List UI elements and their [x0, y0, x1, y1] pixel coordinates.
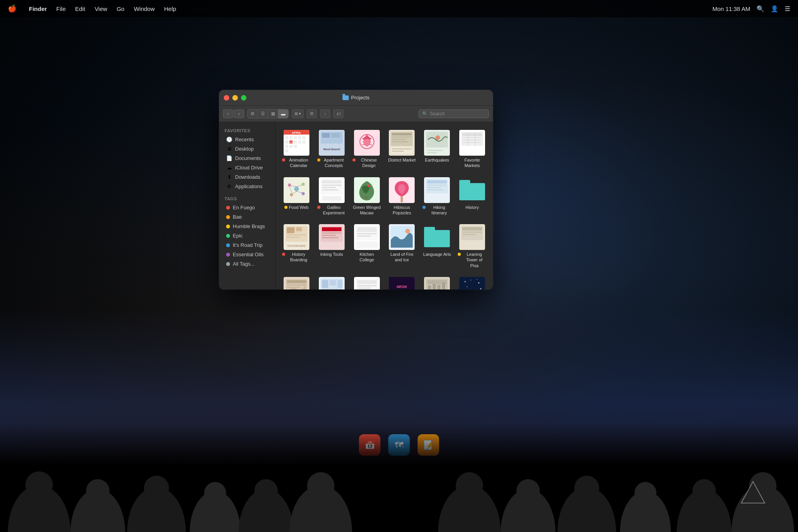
file-menu[interactable]: File [56, 5, 66, 12]
svg-rect-8 [302, 136, 306, 139]
sidebar-item-applications[interactable]: ⚙ Applications [221, 182, 274, 191]
file-thumb [389, 130, 415, 156]
file-item-favorite-markets[interactable]: Favorite Markets [456, 127, 488, 171]
control-center-icon[interactable]: ☰ [785, 5, 790, 13]
search-icon[interactable]: 🔍 [757, 5, 764, 13]
file-item-food-web[interactable]: Food Web [280, 174, 313, 218]
column-view-button[interactable]: ▦ [268, 110, 278, 118]
sidebar-item-icloud[interactable]: ☁ iCloud Drive [221, 163, 274, 172]
sidebar-item-downloads[interactable]: ⬇ Downloads [221, 173, 274, 182]
tag-dot [284, 206, 288, 209]
file-item-neon-skies[interactable]: NEON SKIES Neon Skies [386, 274, 418, 289]
close-button[interactable] [224, 95, 229, 101]
search-box[interactable]: 🔍 Search [419, 110, 489, 118]
file-name: Earthquakes [425, 157, 449, 163]
icon-view-button[interactable]: ⊞ [248, 110, 258, 118]
file-item-new-york[interactable]: New York [421, 274, 453, 289]
svg-point-168 [25, 471, 53, 499]
file-item-history[interactable]: History [456, 174, 488, 218]
file-name: History Boarding [286, 252, 311, 263]
list-view-button[interactable]: ☰ [258, 110, 268, 118]
file-item-language-arts[interactable]: Language Arts [421, 221, 453, 271]
svg-rect-89 [322, 232, 341, 234]
sidebar-tag-bae[interactable]: Bae [221, 212, 274, 221]
file-thumb [319, 277, 345, 289]
file-item-hiking-itinerary[interactable]: Hiking Itinerary [421, 174, 453, 218]
file-thumb [459, 224, 485, 250]
file-item-land-of-fire-and-ice[interactable]: Land of Fire and Ice [386, 221, 418, 271]
user-icon[interactable]: 👤 [771, 5, 778, 13]
forward-button[interactable]: › [234, 110, 244, 118]
sidebar-tag-road-trip[interactable]: It's Road Trip [221, 241, 274, 250]
svg-rect-102 [462, 227, 482, 230]
file-thumb [424, 177, 450, 203]
file-name: Kitchen College [353, 252, 381, 263]
action-button[interactable]: ⚙ [307, 110, 317, 118]
gallery-view-button[interactable]: ▬ [278, 110, 288, 118]
edit-menu[interactable]: Edit [75, 5, 85, 12]
file-item-chinese-design[interactable]: Chinese Design [351, 127, 383, 171]
sidebar-item-documents[interactable]: 📄 Documents [221, 154, 274, 163]
folder-icon [343, 95, 349, 100]
sidebar-tag-all-tags[interactable]: All Tags... [221, 259, 274, 268]
file-item-apartment-concepts[interactable]: Mood Board! Apartment Concepts [316, 127, 348, 171]
svg-rect-16 [289, 145, 293, 148]
file-thumb [389, 224, 415, 250]
tags-header: Tags [219, 195, 275, 203]
file-thumb [424, 277, 450, 289]
tag-dot-red [226, 206, 230, 210]
share-button[interactable]: ↑ [320, 110, 330, 118]
file-item-kitchen-college[interactable]: Kitchen College [351, 221, 383, 271]
sidebar-item-desktop[interactable]: 🖥 Desktop [221, 144, 274, 153]
sidebar-tag-essential-oils[interactable]: Essential Oils [221, 250, 274, 259]
svg-rect-30 [392, 137, 412, 138]
titlebar: Projects [219, 90, 493, 106]
tag-dot-gray [226, 262, 230, 266]
maximize-button[interactable] [241, 95, 246, 101]
svg-rect-42 [427, 152, 437, 153]
svg-point-186 [634, 482, 656, 504]
svg-rect-9 [285, 140, 288, 144]
file-item-hibiscus-popsicles[interactable]: Hibiscus Popsicles [386, 174, 418, 218]
file-item-district-market[interactable]: District Market [386, 127, 418, 171]
help-menu[interactable]: Help [164, 5, 176, 12]
file-item-mammals-africa[interactable]: Mammals in Africa [280, 274, 313, 289]
svg-rect-17 [294, 145, 297, 148]
go-menu[interactable]: Go [117, 5, 124, 12]
file-item-leaning-tower[interactable]: Leaning Tower of Pisa [456, 221, 488, 271]
file-item-skate-parks[interactable]: Most popular Skate Parks [316, 274, 348, 289]
svg-point-55 [290, 193, 293, 196]
svg-point-138 [476, 279, 477, 280]
apple-menu[interactable]: 🍎 [8, 4, 16, 13]
view-options-dropdown[interactable]: ⊞▾ [292, 110, 304, 118]
menubar: 🍎 Finder File Edit View Go Window Help M… [0, 0, 798, 17]
sidebar-item-label: Downloads [235, 174, 260, 180]
sidebar-tag-humble-brags[interactable]: Humble Brags [221, 222, 274, 231]
minimize-button[interactable] [232, 95, 238, 101]
file-item-green-winged-macaw[interactable]: Green Winged Macaw [351, 174, 383, 218]
sidebar-tag-en-fuego[interactable]: En Fuego [221, 203, 274, 212]
file-item-animation-calendar[interactable]: APRIL 15 [280, 127, 313, 171]
tags-button[interactable]: 🏷 [333, 110, 343, 118]
svg-rect-29 [392, 133, 412, 135]
sidebar-item-recents[interactable]: 🕐 Recents [221, 135, 274, 144]
desktop-icon: 🖥 [226, 146, 232, 152]
file-item-inking-tools[interactable]: Inking Tools [316, 221, 348, 271]
file-thumb [424, 224, 450, 250]
file-item-history-boarding[interactable]: SKATEBOARD History Boarding [280, 221, 313, 271]
svg-point-135 [465, 281, 466, 282]
window-menu[interactable]: Window [134, 5, 155, 12]
finder-menu[interactable]: Finder [29, 5, 47, 12]
svg-rect-97 [356, 241, 378, 248]
view-menu[interactable]: View [95, 5, 107, 12]
file-thumb [319, 177, 345, 203]
svg-rect-35 [392, 151, 404, 152]
applications-icon: ⚙ [226, 183, 232, 189]
svg-rect-119 [357, 285, 377, 286]
back-button[interactable]: ‹ [223, 110, 233, 118]
sidebar-tag-epic[interactable]: Epic [221, 231, 274, 240]
file-item-galileo[interactable]: Galileo Experiment [316, 174, 348, 218]
file-item-earthquakes[interactable]: Earthquakes [421, 127, 453, 171]
file-item-night-sky[interactable]: Night Sky [456, 274, 488, 289]
file-item-natural-history[interactable]: Natural History [351, 274, 383, 289]
